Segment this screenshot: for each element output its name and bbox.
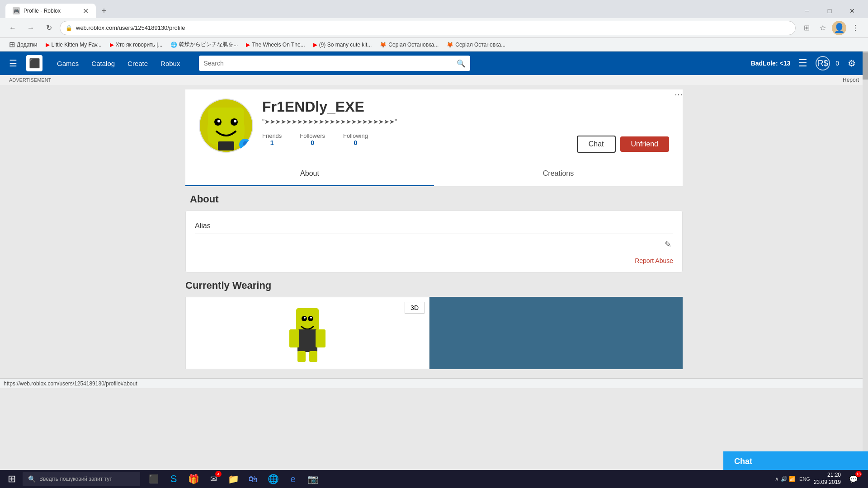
bookmark-6[interactable]: 🦊 Серіал Остановка... [376,40,442,49]
svg-point-6 [234,120,236,122]
bookmark-label: 乾燥からピンチな肌を... [179,41,238,48]
header-right: BadLole: <13 ☰ R$ 0 ⚙ [751,56,859,70]
chat-bubble[interactable]: Chat [723,451,868,472]
browser-tab[interactable]: 🎮 Profile - Roblox ✕ [5,4,96,18]
ad-report-link[interactable]: Report [843,77,859,83]
task-view-icon[interactable]: ⬛ [145,470,163,488]
folder-icon[interactable]: 📁 [224,470,242,488]
feeds-icon[interactable]: ☰ [796,56,810,70]
scrollbar-thumb[interactable] [863,52,868,80]
address-bar[interactable]: 🔒 web.roblox.com/users/1254189130/profil… [60,21,796,35]
bookmark-5[interactable]: ▶ (9) So many cute kit... [310,40,376,49]
profile-avatar-icon[interactable]: 👤 [832,21,846,35]
tabs-container: About Creations [185,162,683,186]
nav-links: Games Catalog Create Robux [52,57,185,70]
mail-icon[interactable]: ✉ 4 [204,470,222,488]
bookmark-icon[interactable]: ☆ [816,21,830,35]
bookmark-2[interactable]: ▶ Хто як говорить |... [106,40,166,49]
bookmark-7[interactable]: 🦊 Серіал Остановка... [443,40,509,49]
minimize-button[interactable]: ─ [797,4,817,18]
svg-rect-8 [296,308,319,331]
search-input[interactable] [203,60,453,67]
alias-label: Alias [195,222,211,230]
translate-icon[interactable]: ⊞ [799,21,814,35]
reload-button[interactable]: ↻ [42,21,56,35]
unfriend-button[interactable]: Unfriend [620,136,669,152]
scrollbar[interactable] [863,52,868,470]
camera-icon[interactable]: 📷 [304,470,322,488]
about-card: Alias ✎ Report Abuse [185,211,683,272]
robux-icon[interactable]: R$ [816,56,830,70]
settings-icon[interactable]: ⚙ [844,56,859,70]
catalog-link[interactable]: Catalog [86,57,120,70]
store-icon[interactable]: 🛍 [244,470,262,488]
window-controls: ─ □ ✕ [797,4,863,18]
profile-header: 👤 Fr1ENDly_EXE "➤➤➤➤➤➤➤➤➤➤➤➤➤➤➤➤➤➤➤➤➤➤➤➤… [199,99,669,153]
tabs: About Creations [185,162,683,186]
edit-row: ✎ [195,234,673,251]
wearing-model: 3D [185,297,429,369]
bookmark-1[interactable]: ▶ Little Kitten My Fav... [42,40,105,49]
taskbar-search[interactable]: 🔍 Введіть пошуковий запит тут [23,472,140,486]
3d-button[interactable]: 3D [405,302,425,314]
robux-link[interactable]: Robux [155,57,185,70]
hamburger-menu[interactable]: ☰ [9,58,17,69]
gift-icon[interactable]: 🎁 [184,470,203,488]
bookmark-3[interactable]: 🌐 乾燥からピンチな肌を... [167,39,241,50]
tab-close-button[interactable]: ✕ [83,7,89,15]
close-window-button[interactable]: ✕ [842,4,863,18]
bookmark-label: Little Kitten My Fav... [52,42,102,48]
about-title: About [185,193,683,205]
create-link[interactable]: Create [122,57,153,70]
bookmarks-bar: ⊞ Додатки ▶ Little Kitten My Fav... ▶ Хт… [0,38,868,52]
system-tray-icons: ∧ 🔊 📶 [775,476,796,482]
svg-point-10 [308,316,313,321]
bookmark-label: (9) So many cute kit... [319,42,372,48]
ad-label: ADVERTISEMENT [9,77,51,83]
system-tray: ∧ 🔊 📶 ENG [775,476,810,482]
svg-point-12 [310,317,312,319]
following-count[interactable]: 0 [343,139,368,146]
taskbar-notification-icon[interactable]: 💬 13 [844,470,863,488]
back-button[interactable]: ← [5,21,20,35]
chat-button[interactable]: Chat [577,136,616,153]
report-abuse-row: Report Abuse [195,251,673,265]
status-bar: https://web.roblox.com/users/1254189130/… [0,378,868,388]
new-tab-button[interactable]: + [98,5,110,17]
search-bar[interactable]: 🔍 [199,56,470,71]
start-button[interactable]: ⊞ [2,470,22,488]
wearing-avatar [276,301,339,365]
bookmark-4[interactable]: ▶ The Wheels On The... [242,40,308,49]
notification-count: 0 [835,60,839,67]
friends-stat: Friends 1 [262,132,282,146]
friends-count[interactable]: 1 [262,139,282,146]
tab-about[interactable]: About [185,162,434,186]
followers-count[interactable]: 0 [300,139,325,146]
forward-button[interactable]: → [24,21,38,35]
maximize-button[interactable]: □ [819,4,840,18]
more-icon[interactable]: ⋮ [848,21,863,35]
search-icon[interactable]: 🔍 [457,59,466,68]
more-options-button[interactable]: ⋯ [675,89,683,99]
following-stat: Following 0 [343,132,368,146]
roblox-header: ☰ ⬛ Games Catalog Create Robux 🔍 BadLole… [0,52,868,75]
browser-toolbar: ← → ↻ 🔒 web.roblox.com/users/1254189130/… [0,18,868,38]
clock: 21:20 23.09.2019 [814,472,841,486]
report-abuse-link[interactable]: Report Abuse [635,257,673,264]
tab-creations[interactable]: Creations [434,162,683,186]
language-indicator: ENG [799,476,810,482]
bookmark-label: Серіал Остановка... [455,42,505,48]
profile-actions: Chat Unfriend [577,136,669,153]
games-link[interactable]: Games [52,57,84,70]
wearing-title: Currently Wearing [185,280,683,291]
bookmark-addons[interactable]: ⊞ Додатки [5,39,41,50]
svg-point-11 [304,317,306,319]
edit-icon[interactable]: ✎ [663,238,673,251]
bookmark-label: Додатки [17,42,38,48]
svg-rect-7 [218,141,234,150]
edge-icon[interactable]: e [284,470,302,488]
roblox-logo[interactable]: ⬛ [26,55,42,71]
skype-icon[interactable]: S [165,470,183,488]
chrome-icon[interactable]: 🌐 [264,470,282,488]
username-display: BadLole: <13 [751,60,791,67]
